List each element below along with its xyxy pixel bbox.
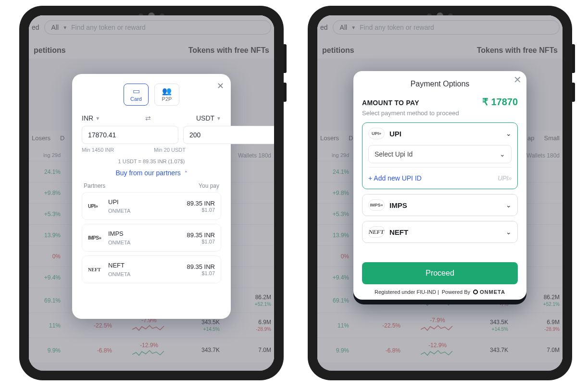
payment-modal: ✕ Payment Options AMOUNT TO PAY ₹ 17870 …	[353, 71, 526, 300]
add-new-upi-id[interactable]: + Add new UPI ID	[368, 174, 422, 182]
to-amount-input[interactable]	[183, 126, 274, 144]
payment-option-neft-label: NEFT	[389, 228, 501, 236]
from-amount-input[interactable]	[82, 126, 178, 144]
select-upi-id[interactable]: Select Upi Id ⌄	[368, 145, 512, 163]
onmeta-logo: ONMETA	[473, 289, 505, 295]
amount-to-pay-label: AMOUNT TO PAY	[362, 99, 419, 107]
to-min-label: Min 20 USDT	[154, 147, 221, 153]
tab-card[interactable]: ▭ Card	[124, 84, 149, 106]
from-currency-label: INR	[82, 114, 93, 122]
partner-name: UPI	[108, 198, 119, 206]
chevron-down-icon: ⌄	[506, 228, 512, 236]
payment-option-upi-head[interactable]: UPI» UPI ⌄	[368, 128, 512, 139]
col-partners: Partners	[84, 182, 105, 189]
partner-logo-icon: UPI»	[88, 204, 105, 209]
upi-ghost-logo-icon: UPI»	[498, 174, 512, 182]
credit-card-icon: ▭	[133, 87, 140, 95]
col-youpay: You pay	[199, 182, 219, 189]
amount-to-pay-value: ₹ 17870	[482, 96, 518, 108]
swap-icon[interactable]: ⇄	[145, 114, 151, 122]
imps-logo-icon: IMPS»	[368, 199, 385, 211]
close-icon[interactable]: ✕	[217, 81, 224, 91]
chevron-down-icon: ⌄	[506, 201, 512, 209]
tab-p2p-label: P2P	[162, 96, 172, 102]
partner-logo-icon: NEFT	[88, 267, 105, 272]
partner-card[interactable]: IMPS»IMPSONMETA89.35 INR$1.07	[82, 224, 221, 252]
payment-modal-title: Payment Options	[362, 80, 518, 88]
tablet-device-left: ed All ▼ Find any token or reward petiti…	[19, 6, 284, 380]
chevron-down-icon: ▼	[95, 116, 100, 121]
tab-card-label: Card	[130, 96, 142, 102]
screen-left: ed All ▼ Find any token or reward petiti…	[29, 15, 274, 371]
partner-name: IMPS	[108, 230, 124, 237]
chevron-down-icon: ⌄	[506, 130, 512, 137]
partner-logo-icon: IMPS»	[88, 235, 105, 241]
close-icon[interactable]: ✕	[513, 74, 522, 85]
to-currency-select[interactable]: USDT ▼	[196, 114, 221, 122]
proceed-button[interactable]: Proceed	[362, 262, 518, 284]
partner-price: 89.35 INR$1.07	[187, 200, 215, 213]
chevron-down-icon: ▼	[216, 116, 221, 121]
partner-name: NEFT	[108, 262, 125, 269]
payment-hint: Select payment method to proceed	[362, 109, 518, 117]
from-currency-select[interactable]: INR ▼	[82, 114, 100, 122]
partner-card[interactable]: NEFTNEFTONMETA89.35 INR$1.07	[82, 255, 221, 283]
payment-option-neft[interactable]: NEFT NEFT ⌄	[362, 221, 518, 243]
rate-label: 1 USDT = 89.35 INR (1.07$)	[82, 158, 221, 164]
buy-from-partners-link[interactable]: Buy from our partners ˄	[82, 169, 221, 177]
chevron-down-icon: ⌄	[500, 150, 505, 158]
people-icon: 👥	[162, 87, 172, 95]
chevron-up-icon: ˄	[185, 170, 188, 176]
payment-option-upi-label: UPI	[389, 130, 501, 138]
payment-option-imps-label: IMPS	[389, 201, 501, 209]
partner-sub: ONMETA	[108, 240, 130, 245]
partner-sub: ONMETA	[108, 208, 130, 214]
neft-logo-icon: NEFT	[367, 226, 385, 238]
partner-price: 89.35 INR$1.07	[187, 231, 215, 244]
select-upi-id-label: Select Upi Id	[375, 150, 413, 158]
partner-sub: ONMETA	[108, 271, 130, 277]
tab-p2p[interactable]: 👥 P2P	[154, 84, 179, 106]
from-min-label: Min 1450 INR	[82, 147, 149, 153]
tablet-device-right: ed All ▼ Find any token or reward petiti…	[308, 6, 572, 380]
payment-footer: Registered under FIU-IND | Powered By ON…	[362, 289, 518, 295]
to-currency-label: USDT	[196, 114, 214, 122]
payment-option-imps[interactable]: IMPS» IMPS ⌄	[362, 194, 518, 216]
payment-option-upi: UPI» UPI ⌄ Select Upi Id ⌄ + Add new UPI…	[362, 122, 518, 189]
partner-price: 89.35 INR$1.07	[187, 263, 215, 276]
screen-right: ed All ▼ Find any token or reward petiti…	[317, 15, 563, 371]
payment-modal-wrap: ✕ Payment Options AMOUNT TO PAY ₹ 17870 …	[353, 71, 526, 304]
partner-card[interactable]: UPI»UPIONMETA89.35 INR$1.07	[82, 192, 221, 220]
upi-logo-icon: UPI»	[368, 128, 385, 139]
buy-modal: ✕ ▭ Card 👥 P2P INR ▼ ⇄ USDT	[72, 74, 231, 319]
